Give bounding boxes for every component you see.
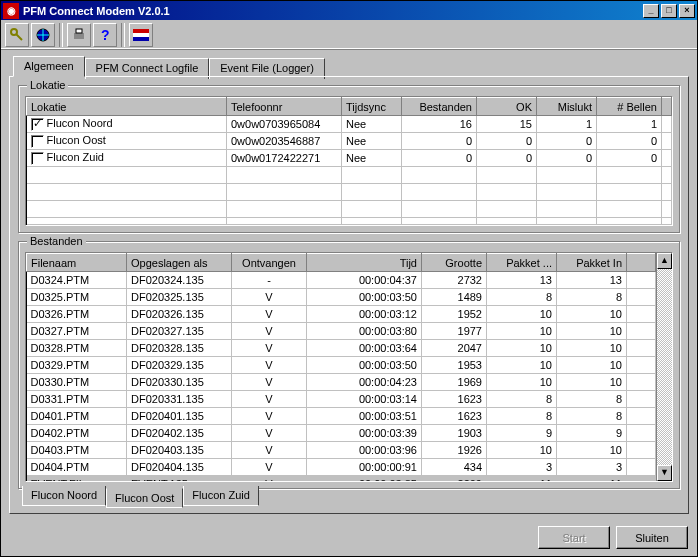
scroll-down-icon[interactable]: ▼	[657, 465, 672, 481]
table-row[interactable]: EVENT.FILEVENT.135V00:00:03:8522091111	[27, 476, 656, 482]
tab-algemeen[interactable]: Algemeen	[13, 56, 85, 77]
app-icon: ◉	[3, 3, 19, 19]
table-row[interactable]: D0403.PTMDF020403.135V00:00:03:961926101…	[27, 442, 656, 459]
btab-oost[interactable]: Flucon Oost	[106, 488, 183, 508]
location-tabs: Flucon Noord Flucon Oost Flucon Zuid	[18, 489, 680, 509]
svg-rect-8	[133, 37, 149, 41]
lokatie-table[interactable]: Lokatie Telefoonnr Tijdsync Bestanden OK…	[26, 97, 672, 226]
col-filenaam[interactable]: Filenaam	[27, 254, 127, 272]
col-mislukt[interactable]: Mislukt	[537, 98, 597, 116]
col-tijdsync[interactable]: Tijdsync	[342, 98, 402, 116]
main-window: ◉ PFM Connect Modem V2.0.1 _ □ × ? Algem…	[0, 0, 698, 557]
group-lokatie-title: Lokatie	[27, 79, 68, 91]
col-spacer	[662, 98, 672, 116]
table-row[interactable]: D0324.PTMDF020324.135-00:00:04:372732131…	[27, 272, 656, 289]
maximize-button[interactable]: □	[661, 4, 677, 18]
printer-icon[interactable]	[67, 23, 91, 47]
table-row[interactable]: D0331.PTMDF020331.135V00:00:03:14162388	[27, 391, 656, 408]
table-row	[27, 201, 672, 218]
checkbox[interactable]	[31, 135, 44, 148]
window-title: PFM Connect Modem V2.0.1	[23, 5, 643, 17]
table-row[interactable]: D0330.PTMDF020330.135V00:00:04:231969101…	[27, 374, 656, 391]
start-button[interactable]: Start	[538, 526, 610, 549]
table-row	[27, 184, 672, 201]
svg-text:?: ?	[101, 27, 110, 43]
table-row[interactable]: D0325.PTMDF020325.135V00:00:03:50148988	[27, 289, 656, 306]
key-icon[interactable]	[5, 23, 29, 47]
col-opgeslagen[interactable]: Opgeslagen als	[127, 254, 232, 272]
titlebar: ◉ PFM Connect Modem V2.0.1 _ □ ×	[1, 1, 697, 20]
flag-icon[interactable]	[129, 23, 153, 47]
close-button[interactable]: ×	[679, 4, 695, 18]
scrollbar[interactable]: ▲ ▼	[656, 253, 672, 481]
col-pakket-in[interactable]: Pakket In	[557, 254, 627, 272]
table-row	[27, 167, 672, 184]
col-pakket-uit[interactable]: Pakket ...	[487, 254, 557, 272]
table-row[interactable]: D0329.PTMDF020329.135V00:00:03:501953101…	[27, 357, 656, 374]
table-row	[27, 218, 672, 227]
btab-zuid[interactable]: Flucon Zuid	[183, 486, 258, 506]
table-row[interactable]: D0326.PTMDF020326.135V00:00:03:121952101…	[27, 306, 656, 323]
svg-line-1	[16, 34, 22, 40]
minimize-button[interactable]: _	[643, 4, 659, 18]
col-lokatie[interactable]: Lokatie	[27, 98, 227, 116]
globe-icon[interactable]	[31, 23, 55, 47]
table-row[interactable]: Flucon Oost0w0w0203546887Nee0000	[27, 133, 672, 150]
col-tijd[interactable]: Tijd	[307, 254, 422, 272]
group-lokatie: Lokatie Lokatie Telefoonnr Tijdsync Best…	[18, 85, 680, 233]
group-bestanden: Bestanden Filenaam Opgeslagen als Ontvan…	[18, 241, 680, 489]
svg-rect-7	[133, 33, 149, 37]
table-row[interactable]: Flucon Zuid0w0w0172422271Nee0000	[27, 150, 672, 167]
sluiten-button[interactable]: Sluiten	[616, 526, 688, 549]
toolbar: ?	[1, 20, 697, 50]
help-icon[interactable]: ?	[93, 23, 117, 47]
group-bestanden-title: Bestanden	[27, 235, 86, 247]
bestanden-table[interactable]: Filenaam Opgeslagen als Ontvangen Tijd G…	[26, 253, 656, 481]
col-bestanden[interactable]: Bestanden	[402, 98, 477, 116]
col-grootte[interactable]: Grootte	[422, 254, 487, 272]
col-telefoon[interactable]: Telefoonnr	[227, 98, 342, 116]
tab-body: Lokatie Lokatie Telefoonnr Tijdsync Best…	[9, 76, 689, 514]
col-bellen[interactable]: # Bellen	[597, 98, 662, 116]
col-ontvangen[interactable]: Ontvangen	[232, 254, 307, 272]
btab-noord[interactable]: Flucon Noord	[22, 486, 106, 506]
footer-buttons: Start Sluiten	[538, 526, 688, 549]
table-row[interactable]: D0328.PTMDF020328.135V00:00:03:642047101…	[27, 340, 656, 357]
svg-rect-3	[74, 33, 84, 39]
table-row[interactable]: D0402.PTMDF020402.135V00:00:03:39190399	[27, 425, 656, 442]
scroll-track[interactable]	[657, 269, 672, 465]
table-row[interactable]: Flucon Noord0w0w0703965084Nee161511	[27, 116, 672, 133]
checkbox[interactable]	[31, 152, 44, 165]
table-row[interactable]: D0401.PTMDF020401.135V00:00:03:51162388	[27, 408, 656, 425]
table-row[interactable]: D0404.PTMDF020404.135V00:00:00:9143433	[27, 459, 656, 476]
table-row[interactable]: D0327.PTMDF020327.135V00:00:03:801977101…	[27, 323, 656, 340]
scroll-up-icon[interactable]: ▲	[657, 253, 672, 269]
svg-rect-4	[76, 29, 82, 33]
col-spacer	[627, 254, 656, 272]
col-ok[interactable]: OK	[477, 98, 537, 116]
main-tabs: Algemeen PFM Connect Logfile Event File …	[9, 56, 689, 77]
checkbox[interactable]	[31, 118, 44, 131]
svg-rect-6	[133, 29, 149, 33]
toolbar-separator	[59, 23, 63, 47]
toolbar-separator	[121, 23, 125, 47]
